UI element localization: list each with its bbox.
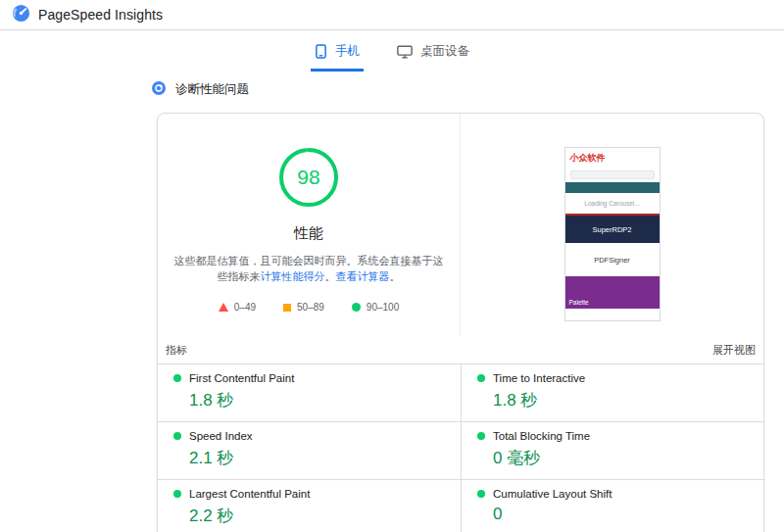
score-and-screenshot: 98 性能 这些都是估算值，且可能会因时而异。系统会直接基于这些指标来计算性能得… <box>158 114 763 336</box>
tab-desktop-label: 桌面设备 <box>420 43 469 60</box>
score-column: 98 性能 这些都是估算值，且可能会因时而异。系统会直接基于这些指标来计算性能得… <box>158 114 460 336</box>
metric-name: First Contentful Paint <box>189 372 294 384</box>
thumb-post-block-3: Palette <box>565 276 660 309</box>
legend-item-average: 50–89 <box>283 302 324 313</box>
legend-average-range: 50–89 <box>297 302 324 313</box>
pass-circle-icon <box>352 303 361 312</box>
metrics-title: 指标 <box>166 343 187 358</box>
performance-report-card: 98 性能 这些都是估算值，且可能会因时而异。系统会直接基于这些指标来计算性能得… <box>157 113 764 532</box>
thumb-post-block-1: SuperRDP2 <box>565 214 660 243</box>
metric-cumulative-layout-shift: Cumulative Layout Shift 0 <box>461 479 763 532</box>
performance-score-value: 98 <box>277 146 340 209</box>
view-calculator-link[interactable]: 查看计算器 <box>336 270 390 282</box>
score-description-period: 。 <box>325 270 336 282</box>
tab-desktop[interactable]: 桌面设备 <box>393 39 473 72</box>
metrics-header-row: 指标 展开视图 <box>158 336 763 363</box>
screenshot-column: 小众软件 Loading Carousel... SuperRDP2 PDFSi… <box>460 114 763 336</box>
metric-value: 1.8 秒 <box>189 389 445 411</box>
score-description: 这些都是估算值，且可能会因时而异。系统会直接基于这些指标来计算性能得分。查看计算… <box>172 253 445 284</box>
metric-name: Speed Index <box>189 430 253 442</box>
average-square-icon <box>283 304 291 312</box>
desktop-icon <box>397 45 413 59</box>
diagnose-section-header: 诊断性能问题 <box>152 81 784 98</box>
legend-pass-range: 90–100 <box>367 302 399 313</box>
metric-value: 1.8 秒 <box>493 389 748 411</box>
metric-total-blocking-time: Total Blocking Time 0 毫秒 <box>461 421 763 479</box>
metric-status-dot <box>173 374 181 382</box>
metric-value: 2.1 秒 <box>189 447 445 469</box>
fail-triangle-icon <box>219 303 228 312</box>
metric-name: Largest Contentful Paint <box>189 488 310 500</box>
legend-fail-range: 0–49 <box>234 302 256 313</box>
metric-first-contentful-paint: First Contentful Paint 1.8 秒 <box>158 363 461 421</box>
legend-item-pass: 90–100 <box>352 302 399 313</box>
smartphone-icon <box>315 44 327 59</box>
performance-category-label: 性能 <box>294 224 323 243</box>
performance-score-gauge: 98 <box>277 146 340 209</box>
thumb-post-block-2: PDFSigner <box>565 243 660 276</box>
metric-name: Total Blocking Time <box>493 430 590 442</box>
metric-time-to-interactive: Time to Interactive 1.8 秒 <box>461 363 763 421</box>
metric-value: 0 <box>493 505 748 524</box>
thumb-site-logo: 小众软件 <box>565 148 660 169</box>
metric-status-dot <box>173 490 181 498</box>
metric-status-dot <box>477 432 485 440</box>
metric-value: 2.2 秒 <box>189 505 445 527</box>
device-tabs: 手机 桌面设备 <box>0 39 784 72</box>
section-title: 诊断性能问题 <box>175 81 249 98</box>
metric-name: Time to Interactive <box>493 372 585 384</box>
legend-item-fail: 0–49 <box>219 302 256 313</box>
calc-score-link[interactable]: 计算性能得分 <box>261 270 325 282</box>
metric-speed-index: Speed Index 2.1 秒 <box>158 421 461 479</box>
thumb-nav-bar <box>565 182 660 193</box>
final-screenshot-thumbnail[interactable]: 小众软件 Loading Carousel... SuperRDP2 PDFSi… <box>564 147 661 321</box>
thumb-loading-text: Loading Carousel... <box>565 193 660 214</box>
metric-status-dot <box>477 374 485 382</box>
tab-mobile[interactable]: 手机 <box>311 39 364 72</box>
metric-value: 0 毫秒 <box>493 447 748 469</box>
metric-status-dot <box>173 432 181 440</box>
score-legend: 0–49 50–89 90–100 <box>219 302 399 313</box>
pagespeed-logo-icon <box>12 4 30 26</box>
metrics-grid: First Contentful Paint 1.8 秒 Time to Int… <box>158 363 763 532</box>
diagnose-icon <box>152 81 166 98</box>
thumb-bottom-area <box>565 309 660 320</box>
metric-status-dot <box>477 490 485 498</box>
app-title: PageSpeed Insights <box>38 7 163 23</box>
thumb-search-bar <box>570 170 655 179</box>
tab-mobile-label: 手机 <box>335 43 360 60</box>
metric-largest-contentful-paint: Largest Contentful Paint 2.2 秒 <box>158 479 461 532</box>
metric-name: Cumulative Layout Shift <box>493 488 612 500</box>
app-header: PageSpeed Insights <box>0 0 784 30</box>
expand-view-button[interactable]: 展开视图 <box>712 343 756 358</box>
score-description-period-2: 。 <box>390 270 401 282</box>
